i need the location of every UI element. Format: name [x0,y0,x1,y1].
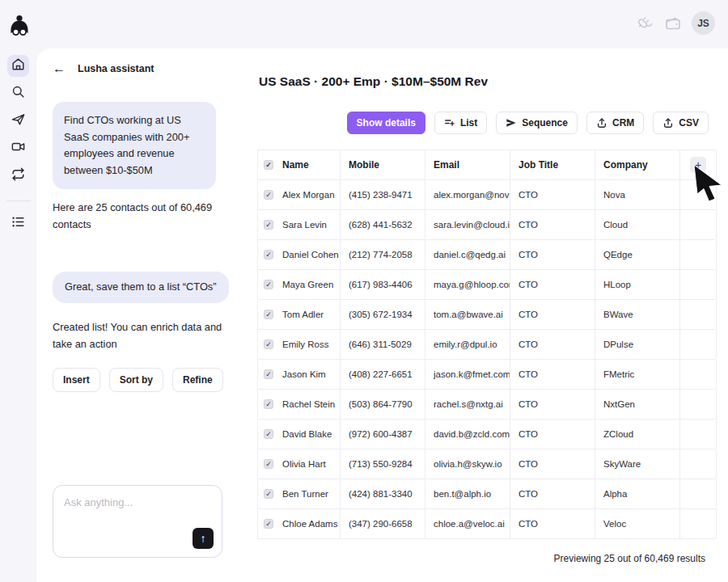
table-row[interactable]: ✓ David Blake (972) 600-4387 david.b@zcl… [258,420,716,449]
sidebar-item-lists[interactable] [7,213,29,234]
user-avatar[interactable]: JS [692,11,715,35]
arrow-up-icon: ↑ [201,532,206,545]
table-row[interactable]: ✓ Chloe Adams (347) 290-6658 chloe.a@vel… [258,509,716,539]
cell-mobile: (503) 864-7790 [341,390,425,419]
chat-message-user: Great, save them to a list “CTOs” [53,272,229,303]
row-checkbox[interactable]: ✓ [264,519,273,529]
row-checkbox[interactable]: ✓ [264,459,273,469]
table-row[interactable]: ✓ Jason Kim (408) 227-6651 jason.k@fmet.… [258,360,716,390]
header-email: Email [425,150,510,179]
cell-mobile: (212) 774-2058 [341,240,425,269]
row-checkbox[interactable]: ✓ [264,310,273,319]
sidebar-item-send[interactable] [7,110,29,132]
crm-export-button[interactable]: CRM [586,112,644,134]
cell-job-title: CTO [510,509,595,538]
cell-job-title: CTO [510,270,595,299]
sequence-button[interactable]: Sequence [496,112,578,134]
chat-panel: ← Lusha assistant Find CTOs working at U… [36,48,237,582]
video-camera-icon [11,139,26,158]
cell-company: Veloc [595,509,680,538]
cell-name: Ben Turner [282,489,328,499]
paper-plane-icon [11,112,26,130]
cell-email: olivia.h@skyw.io [425,449,510,479]
cell-name: Tom Adler [282,310,324,319]
send-button[interactable]: ↑ [193,528,214,549]
row-checkbox[interactable]: ✓ [264,399,273,409]
cell-company: QEdge [595,240,680,269]
row-checkbox[interactable]: ✓ [264,429,273,439]
row-checkbox[interactable]: ✓ [264,280,273,289]
cell-mobile: (972) 600-4387 [341,420,425,449]
row-checkbox[interactable]: ✓ [264,340,273,349]
csv-export-button[interactable]: CSV [653,112,709,134]
row-checkbox[interactable]: ✓ [264,489,273,499]
cell-job-title: CTO [510,479,595,508]
row-checkbox[interactable]: ✓ [264,190,273,200]
paper-plane-icon [506,117,517,129]
cell-company: Nova [595,180,680,209]
cell-email: tom.a@bwave.ai [425,300,510,329]
table-row[interactable]: ✓ Ben Turner (424) 881-3340 ben.t@alph.i… [258,479,716,509]
insert-button[interactable]: Insert [53,368,100,392]
cell-job-title: CTO [510,180,595,209]
results-table: ✓ Name Mobile Email Job Title Company + … [257,150,716,539]
table-row[interactable]: ✓ Tom Adler (305) 672-1934 tom.a@bwave.a… [258,300,716,330]
chat-quick-actions: Insert Sort by Refine [53,368,223,392]
sort-by-button[interactable]: Sort by [109,368,163,392]
table-row[interactable]: ✓ Sara Levin (628) 441-5632 sara.levin@c… [258,210,716,240]
cell-company: DPulse [595,330,680,359]
cell-email: sara.levin@cloud.io [425,210,510,239]
table-row[interactable]: ✓ Rachel Stein (503) 864-7790 rachel.s@n… [258,390,716,420]
row-checkbox[interactable]: ✓ [264,220,273,230]
cell-company: SkyWare [595,449,680,479]
plug-icon[interactable] [637,15,654,32]
select-all-checkbox[interactable]: ✓ [264,160,273,170]
list-button[interactable]: List [434,112,487,134]
header-name: ✓ Name [258,150,341,179]
cell-email: david.b@zcld.com [425,420,510,449]
cell-job-title: CTO [510,420,595,449]
search-icon [11,84,26,103]
table-row[interactable]: ✓ Alex Morgan (415) 238-9471 alex.morgan… [258,180,716,210]
sidebar-item-repeat[interactable] [7,165,29,187]
cell-email: maya.g@hloop.com [425,270,510,299]
cell-name: Daniel Cohen [282,250,339,259]
lusha-mascot-icon[interactable] [8,15,31,40]
table-row[interactable]: ✓ Emily Ross (646) 311-5029 emily.r@dpul… [258,330,716,360]
cell-company: HLoop [595,270,680,299]
cell-email: rachel.s@nxtg.ai [425,390,510,419]
row-checkbox[interactable]: ✓ [264,250,273,259]
wallet-icon[interactable] [664,15,682,32]
row-checkbox[interactable]: ✓ [264,369,273,379]
back-arrow-icon[interactable]: ← [53,62,66,75]
sidebar-item-search[interactable] [7,82,29,104]
cell-mobile: (628) 441-5632 [341,210,425,239]
sidebar-item-home[interactable] [7,55,29,77]
cell-email: ben.t@alph.io [425,479,510,508]
upload-icon [662,117,674,129]
chat-input-container: ↑ [53,485,222,558]
sidebar-item-video[interactable] [7,137,29,159]
chat-input[interactable] [53,486,222,531]
header-company: Company [595,150,680,179]
show-details-button[interactable]: Show details [347,112,425,134]
table-row[interactable]: ✓ Olivia Hart (713) 550-9284 olivia.h@sk… [258,449,716,479]
header-mobile: Mobile [341,150,425,179]
cell-company: BWave [595,300,680,329]
cell-name: Maya Green [282,280,333,289]
cell-job-title: CTO [510,240,595,269]
upload-icon [596,117,607,129]
table-row[interactable]: ✓ Maya Green (617) 983-4406 maya.g@hloop… [258,270,716,300]
refine-button[interactable]: Refine [172,368,223,392]
cell-email: emily.r@dpul.io [425,330,510,359]
table-row[interactable]: ✓ Daniel Cohen (212) 774-2058 daniel.c@q… [258,240,716,270]
cell-job-title: CTO [510,449,595,479]
cell-email: jason.k@fmet.com [425,360,510,389]
add-column-button[interactable]: + [690,157,706,173]
cell-company: Cloud [595,210,680,239]
table-header-row: ✓ Name Mobile Email Job Title Company + [258,150,716,180]
chat-message-user: Find CTOs working at US SaaS companies w… [53,102,216,189]
repeat-icon [11,167,26,185]
cell-name: Rachel Stein [282,399,335,409]
cell-mobile: (646) 311-5029 [341,330,425,359]
